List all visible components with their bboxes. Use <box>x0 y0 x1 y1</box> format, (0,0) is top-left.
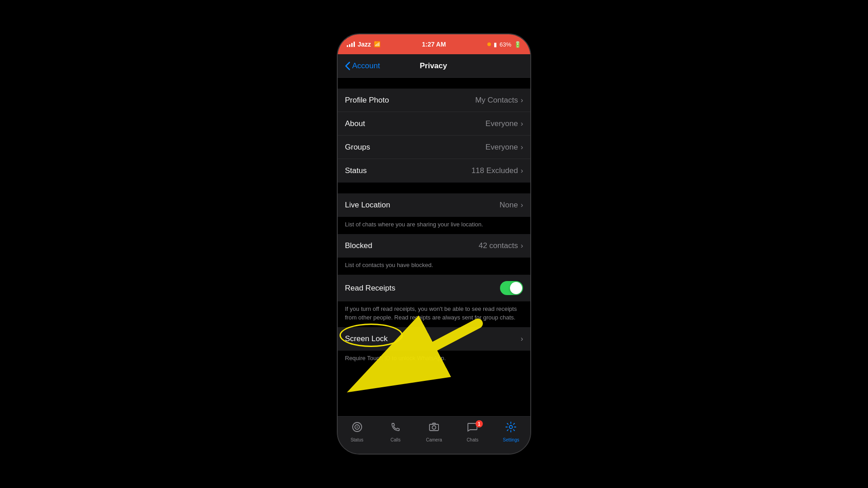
live-location-row[interactable]: Live Location None › <box>338 193 530 217</box>
battery-icon: ▮ <box>494 41 497 48</box>
svg-rect-4 <box>429 424 439 431</box>
tab-status[interactable]: Status <box>338 421 376 442</box>
tab-camera[interactable]: Camera <box>415 421 453 442</box>
groups-chevron: › <box>521 143 523 151</box>
blocked-label: Blocked <box>345 241 479 250</box>
tab-calls[interactable]: Calls <box>376 421 415 442</box>
about-row[interactable]: About Everyone › <box>338 112 530 136</box>
live-location-value: None <box>500 201 518 210</box>
battery-level: 63% <box>500 41 511 48</box>
status-tab-icon <box>351 421 363 436</box>
status-time: 1:27 AM <box>422 41 446 48</box>
blocked-row[interactable]: Blocked 42 contacts › <box>338 234 530 258</box>
status-bar: Jazz 📶 1:27 AM ▮ 63% 🔋 <box>338 34 530 54</box>
back-button[interactable]: Account <box>345 61 380 70</box>
page-title: Privacy <box>380 61 487 70</box>
svg-point-3 <box>356 427 358 428</box>
tab-bar: Status Calls Camera <box>338 416 530 454</box>
about-label: About <box>345 119 486 128</box>
read-receipts-section: Read Receipts <box>338 275 530 301</box>
read-receipts-toggle[interactable] <box>500 281 523 295</box>
chats-badge: 1 <box>476 420 483 427</box>
tab-camera-label: Camera <box>426 437 442 442</box>
tab-chats-label: Chats <box>467 437 478 442</box>
chevron-left-icon <box>345 61 350 70</box>
groups-row[interactable]: Groups Everyone › <box>338 136 530 159</box>
profile-photo-value: My Contacts <box>475 96 518 105</box>
blocked-footer: List of contacts you have blocked. <box>338 258 530 275</box>
tab-status-label: Status <box>350 437 363 442</box>
about-chevron: › <box>521 120 523 128</box>
tab-settings-label: Settings <box>503 437 519 442</box>
screen-lock-label: Screen Lock <box>345 334 521 343</box>
battery-indicator: 🔋 <box>514 41 521 48</box>
status-label: Status <box>345 166 472 175</box>
read-receipts-footer: If you turn off read receipts, you won't… <box>338 301 530 327</box>
battery-dot-icon <box>487 42 491 46</box>
tab-chats[interactable]: 1 Chats <box>453 421 492 442</box>
camera-tab-icon <box>428 421 440 436</box>
screen-lock-row[interactable]: Screen Lock › <box>338 327 530 351</box>
live-location-chevron: › <box>521 201 523 209</box>
profile-photo-label: Profile Photo <box>345 96 475 105</box>
calls-tab-icon <box>390 421 401 436</box>
wifi-icon: 📶 <box>374 41 381 47</box>
nav-bar: Account Privacy <box>338 54 530 78</box>
about-value: Everyone <box>486 119 518 128</box>
status-row[interactable]: Status 118 Excluded › <box>338 159 530 183</box>
svg-point-6 <box>509 426 513 429</box>
tab-calls-label: Calls <box>391 437 401 442</box>
signal-bar-1 <box>347 45 348 47</box>
blocked-chevron: › <box>521 242 523 250</box>
back-label: Account <box>352 61 380 70</box>
visibility-section: Profile Photo My Contacts › About Everyo… <box>338 89 530 183</box>
settings-tab-icon <box>505 421 517 436</box>
blocked-value: 42 contacts <box>479 241 518 250</box>
screen-lock-section: Screen Lock › <box>338 327 530 351</box>
status-value: 118 Excluded <box>472 166 518 175</box>
signal-bar-3 <box>351 43 353 47</box>
screen-lock-chevron: › <box>521 335 523 343</box>
bottom-spacer <box>338 368 530 375</box>
toggle-thumb <box>510 282 522 294</box>
status-chevron: › <box>521 167 523 175</box>
blocked-section: Blocked 42 contacts › <box>338 234 530 258</box>
live-location-footer: List of chats where you are sharing your… <box>338 217 530 234</box>
tab-settings[interactable]: Settings <box>492 421 530 442</box>
signal-bar-4 <box>354 42 355 47</box>
live-location-section: Live Location None › <box>338 193 530 217</box>
phone-frame: Jazz 📶 1:27 AM ▮ 63% 🔋 Account Privacy P… <box>337 33 531 455</box>
svg-point-5 <box>432 426 436 429</box>
status-left: Jazz 📶 <box>347 41 381 48</box>
spacer-top <box>338 78 530 89</box>
signal-bars <box>347 42 355 47</box>
live-location-label: Live Location <box>345 201 500 210</box>
profile-photo-row[interactable]: Profile Photo My Contacts › <box>338 89 530 112</box>
groups-value: Everyone <box>486 143 518 152</box>
read-receipts-row[interactable]: Read Receipts <box>338 275 530 301</box>
spacer-2 <box>338 183 530 193</box>
status-right: ▮ 63% 🔋 <box>487 41 521 48</box>
screen-lock-footer: Require Touch ID to unlock WhatsApp. <box>338 351 530 368</box>
carrier-label: Jazz <box>358 41 371 48</box>
content-scroll[interactable]: Profile Photo My Contacts › About Everyo… <box>338 78 530 416</box>
signal-bar-2 <box>349 44 350 47</box>
read-receipts-label: Read Receipts <box>345 284 500 293</box>
profile-photo-chevron: › <box>521 96 523 104</box>
groups-label: Groups <box>345 143 486 152</box>
